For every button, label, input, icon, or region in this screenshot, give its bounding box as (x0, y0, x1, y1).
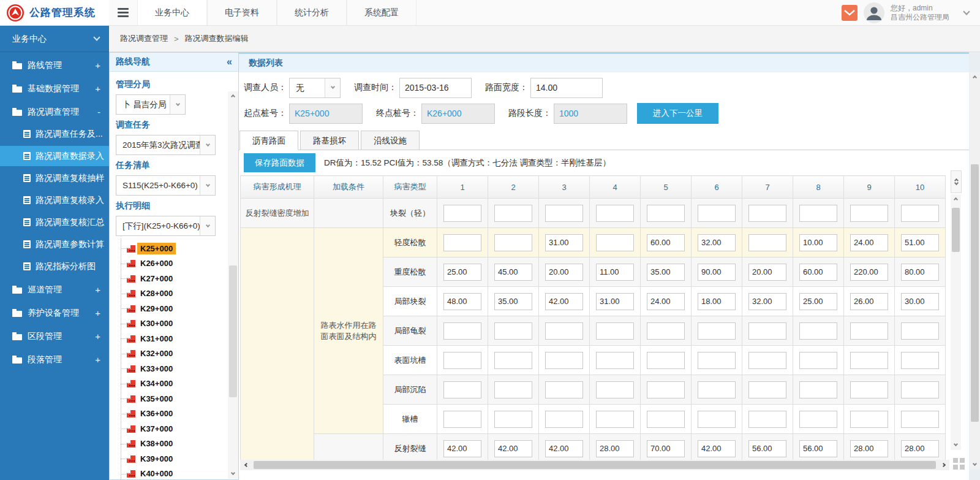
damage-value-input[interactable] (596, 352, 634, 369)
damage-value-input[interactable] (545, 322, 583, 340)
sidebar-item-segment-mgmt[interactable]: 段落管理 + (0, 349, 109, 370)
damage-value-input[interactable] (443, 293, 481, 310)
damage-value-input[interactable] (901, 440, 939, 457)
scroll-down-icon[interactable] (228, 468, 238, 479)
damage-value-input[interactable] (443, 264, 481, 281)
damage-value-input[interactable] (901, 293, 939, 310)
damage-value-input[interactable] (443, 381, 481, 398)
station-item[interactable]: K36+000 (121, 406, 238, 422)
dropdown-chevron-icon[interactable] (170, 95, 185, 114)
survey-task-select[interactable]: 2015年第3次路况调查 (116, 135, 216, 155)
damage-value-input[interactable] (748, 264, 786, 281)
damage-value-input[interactable] (647, 381, 685, 398)
damage-value-input[interactable] (799, 264, 837, 281)
damage-value-input[interactable] (494, 381, 532, 398)
damage-value-input[interactable] (545, 411, 583, 428)
damage-value-input[interactable] (545, 264, 583, 281)
damage-value-input[interactable] (799, 234, 837, 251)
tab-roadbed-damage[interactable]: 路基损坏 (300, 131, 359, 150)
page-vertical-scrollbar[interactable] (970, 72, 980, 470)
surveyor-select[interactable]: 无 (289, 78, 341, 98)
road-width-input[interactable] (530, 78, 603, 98)
damage-value-input[interactable] (901, 205, 939, 222)
execution-detail-select[interactable]: [下行](K25+0-K66+0) (116, 216, 216, 236)
sidebar-item-base-data-mgmt[interactable]: 基础数据管理 + (0, 78, 109, 99)
damage-value-input[interactable] (494, 440, 532, 457)
damage-value-input[interactable] (799, 205, 837, 222)
scrollbar-thumb[interactable] (952, 208, 960, 252)
station-item[interactable]: K38+000 (121, 436, 238, 452)
nav-item-e-documents[interactable]: 电子资料 (207, 0, 277, 25)
damage-value-input[interactable] (698, 381, 736, 398)
sidebar-sub-survey-tasks[interactable]: 路况调查任务及... (0, 124, 109, 144)
damage-value-input[interactable] (901, 352, 939, 369)
resize-grip[interactable] (952, 457, 968, 473)
station-item[interactable]: K25+000 (121, 241, 238, 256)
sidebar-sub-survey-data-entry[interactable]: 路况调查数据录入 (0, 146, 109, 166)
station-item[interactable]: K34+000 (121, 376, 238, 392)
damage-value-input[interactable] (545, 293, 583, 310)
damage-value-input[interactable] (850, 264, 888, 281)
damage-value-input[interactable] (647, 264, 685, 281)
save-surface-data-button[interactable]: 保存路面数据 (244, 153, 315, 172)
damage-value-input[interactable] (545, 205, 583, 222)
scroll-left-icon[interactable] (240, 460, 252, 470)
damage-value-input[interactable] (698, 440, 736, 457)
damage-value-input[interactable] (901, 234, 939, 251)
sidebar-item-road-survey-mgmt[interactable]: 路况调查管理 - (0, 102, 109, 122)
damage-value-input[interactable] (443, 205, 481, 222)
breadcrumb-parent[interactable]: 路况调查管理 (120, 33, 168, 44)
table-horizontal-scrollbar[interactable] (240, 460, 949, 470)
damage-value-input[interactable] (443, 440, 481, 457)
damage-value-input[interactable] (901, 381, 939, 398)
damage-value-input[interactable] (748, 440, 786, 457)
damage-value-input[interactable] (494, 411, 532, 428)
column-scroll-buttons[interactable] (951, 170, 962, 193)
station-item[interactable]: K26+000 (121, 256, 238, 272)
nav-item-statistics[interactable]: 统计分析 (277, 0, 347, 25)
sidebar-sub-review-sampling[interactable]: 路况调查复核抽样 (0, 168, 109, 188)
station-item[interactable]: K27+000 (121, 271, 238, 286)
damage-value-input[interactable] (647, 205, 685, 222)
damage-value-input[interactable] (647, 411, 685, 428)
damage-value-input[interactable] (698, 411, 736, 428)
station-item[interactable]: K39+000 (121, 451, 238, 467)
damage-value-input[interactable] (443, 352, 481, 369)
task-list-select[interactable]: S115(K25+0-K66+0) (116, 175, 216, 196)
damage-value-input[interactable] (647, 322, 685, 340)
damage-value-input[interactable] (545, 352, 583, 369)
damage-value-input[interactable] (698, 322, 736, 340)
sidebar-title[interactable]: 业务中心 (0, 26, 109, 52)
damage-value-input[interactable] (799, 381, 837, 398)
damage-value-input[interactable] (494, 205, 532, 222)
damage-value-input[interactable] (901, 264, 939, 281)
tab-roadside-facilities[interactable]: 沿线设施 (361, 131, 420, 150)
damage-value-input[interactable] (850, 352, 888, 369)
damage-value-input[interactable] (698, 293, 736, 310)
scroll-down-icon[interactable] (970, 459, 980, 470)
damage-value-input[interactable] (545, 234, 583, 251)
damage-value-input[interactable] (799, 293, 837, 310)
scroll-up-icon[interactable] (970, 72, 980, 83)
damage-value-input[interactable] (443, 322, 481, 340)
damage-value-input[interactable] (799, 322, 837, 340)
sidebar-item-maintenance-equipment[interactable]: 养护设备管理 + (0, 303, 109, 323)
panel-collapse-icon[interactable]: « (227, 56, 232, 67)
survey-time-input[interactable] (399, 78, 472, 98)
sidebar-item-section-mgmt[interactable]: 区段管理 + (0, 326, 109, 346)
station-item[interactable]: K32+000 (121, 346, 238, 362)
damage-value-input[interactable] (748, 411, 786, 428)
damage-value-input[interactable] (596, 440, 634, 457)
damage-value-input[interactable] (545, 381, 583, 398)
damage-value-input[interactable] (799, 440, 837, 457)
damage-value-input[interactable] (748, 293, 786, 310)
sidebar-item-route-mgmt[interactable]: 路线管理 + (0, 55, 109, 75)
station-item[interactable]: K30+000 (121, 316, 238, 332)
station-item[interactable]: K31+000 (121, 331, 238, 346)
damage-value-input[interactable] (494, 293, 532, 310)
station-item[interactable]: K37+000 (121, 421, 238, 436)
damage-value-input[interactable] (748, 234, 786, 251)
damage-value-input[interactable] (596, 322, 634, 340)
damage-value-input[interactable] (850, 381, 888, 398)
damage-value-input[interactable] (850, 440, 888, 457)
